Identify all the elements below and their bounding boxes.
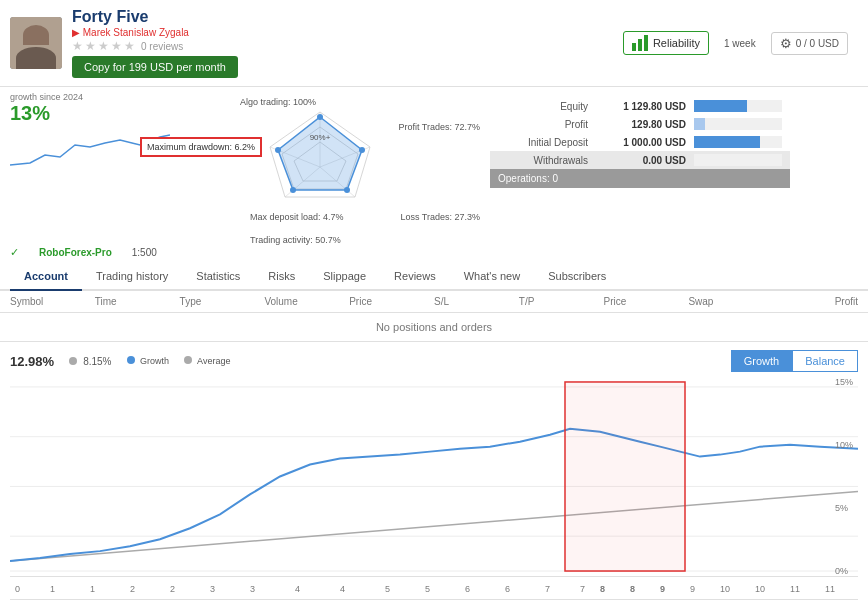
col-tp: T/P (519, 296, 604, 307)
chart-avg-pct: 8.15% (69, 355, 111, 367)
bar-2 (638, 39, 642, 51)
avg-label: Average (197, 356, 230, 366)
y-axis-labels: 15% 10% 5% 0% (835, 377, 853, 576)
withdrawals-row: Withdrawals 0.00 USD (490, 151, 790, 169)
svg-point-13 (275, 147, 281, 153)
equity-panel: Equity 1 129.80 USD Profit 129.80 USD In… (490, 97, 790, 188)
col-volume: Volume (264, 296, 349, 307)
stars-row: ★ ★ ★ ★ ★ 0 reviews (72, 39, 623, 53)
profit-value: 129.80 USD (596, 119, 686, 130)
y-15: 15% (835, 377, 853, 387)
broker-leverage: 1:500 (132, 247, 157, 258)
svg-text:3: 3 (210, 584, 215, 594)
svg-text:4: 4 (295, 584, 300, 594)
svg-text:11: 11 (790, 584, 800, 594)
svg-text:8: 8 (600, 584, 605, 594)
growth-dot (127, 356, 135, 364)
tabs-bar: Account Trading history Statistics Risks… (0, 263, 868, 291)
copy-button[interactable]: Copy for 199 USD per month (72, 56, 238, 78)
initial-deposit-label: Initial Deposit (498, 137, 588, 148)
tab-account[interactable]: Account (10, 263, 82, 291)
equity-bar (694, 100, 747, 112)
svg-text:6: 6 (465, 584, 470, 594)
growth-button[interactable]: Growth (731, 350, 792, 372)
col-profit: Profit (773, 296, 858, 307)
equity-bar-wrap (694, 100, 782, 112)
header: Forty Five ▶ Marek Stanislaw Zygala ★ ★ … (0, 0, 868, 87)
withdrawals-value: 0.00 USD (596, 155, 686, 166)
header-info: Forty Five ▶ Marek Stanislaw Zygala ★ ★ … (72, 8, 623, 78)
svg-text:10: 10 (755, 584, 765, 594)
tab-slippage[interactable]: Slippage (309, 263, 380, 291)
star-3: ★ (98, 39, 109, 53)
svg-text:11: 11 (825, 584, 835, 594)
star-5: ★ (124, 39, 135, 53)
gear-icon: ⚙ (780, 36, 792, 51)
chart-buttons: Growth Balance (731, 350, 858, 372)
svg-text:0: 0 (15, 584, 20, 594)
svg-point-12 (290, 187, 296, 193)
svg-marker-8 (278, 117, 362, 190)
star-2: ★ (85, 39, 96, 53)
withdrawals-label: Withdrawals (498, 155, 588, 166)
col-swap: Swap (688, 296, 773, 307)
reliability-label: Reliability (653, 37, 700, 49)
reliability-bars (632, 35, 648, 51)
col-sl: S/L (434, 296, 519, 307)
svg-text:1: 1 (90, 584, 95, 594)
tab-subscribers[interactable]: Subscribers (534, 263, 620, 291)
chart-meta: 12.98% 8.15% Growth Average Growth Balan… (10, 350, 858, 372)
svg-point-11 (344, 187, 350, 193)
reviews-count: 0 reviews (141, 41, 183, 52)
growth-legend: Growth (127, 356, 170, 366)
main-pct-value: 12.98% (10, 354, 54, 369)
balance-button[interactable]: Balance (792, 350, 858, 372)
bar-3 (644, 35, 648, 51)
growth-pct: 13% (10, 102, 180, 125)
svg-text:9: 9 (690, 584, 695, 594)
table-header: Symbol Time Type Volume Price S/L T/P Pr… (0, 291, 868, 313)
svg-point-9 (317, 114, 323, 120)
reliability-badge: Reliability (623, 31, 709, 55)
col-type: Type (180, 296, 265, 307)
initial-deposit-value: 1 000.00 USD (596, 137, 686, 148)
svg-text:90%+: 90%+ (310, 133, 331, 142)
col-price1: Price (349, 296, 434, 307)
initial-deposit-row: Initial Deposit 1 000.00 USD (490, 133, 790, 151)
activity-label: Trading activity: 50.7% (250, 235, 341, 245)
svg-text:3: 3 (250, 584, 255, 594)
initial-deposit-bar-wrap (694, 136, 782, 148)
svg-text:2: 2 (170, 584, 175, 594)
header-badges: Reliability 1 week ⚙ 0 / 0 USD (623, 31, 858, 55)
tab-statistics[interactable]: Statistics (182, 263, 254, 291)
broker-row: ✓ RoboForex-Pro 1:500 (0, 242, 868, 263)
profit-bar (694, 118, 705, 130)
col-symbol: Symbol (10, 296, 95, 307)
author-name: ▶ Marek Stanislaw Zygala (72, 27, 623, 38)
tab-whats-new[interactable]: What's new (450, 263, 535, 291)
tab-trading-history[interactable]: Trading history (82, 263, 182, 291)
y-0: 0% (835, 566, 853, 576)
growth-label: Growth (140, 356, 169, 366)
avatar (10, 17, 62, 69)
page-title: Forty Five (72, 8, 623, 26)
svg-text:9: 9 (660, 584, 665, 594)
x-axis-svg: 0 1 1 2 2 3 3 4 4 5 5 6 6 7 7 8 8 9 9 10… (10, 579, 858, 597)
avg-pct-value: 8.15% (83, 356, 111, 367)
y-10: 10% (835, 440, 853, 450)
tab-risks[interactable]: Risks (254, 263, 309, 291)
profit-bar-wrap (694, 118, 782, 130)
svg-text:6: 6 (505, 584, 510, 594)
tab-reviews[interactable]: Reviews (380, 263, 450, 291)
col-time: Time (95, 296, 180, 307)
svg-text:4: 4 (340, 584, 345, 594)
svg-line-20 (10, 491, 858, 561)
y-5: 5% (835, 503, 853, 513)
profit-row: Profit 129.80 USD (490, 115, 790, 133)
loss-trades-label: Loss Trades: 27.3% (400, 212, 480, 222)
chart-svg (10, 377, 858, 576)
radar-section: Maximum drawdown: 6.2% Algo trading: 100… (195, 97, 415, 237)
main-info-row: growth since 2024 13% Maximum drawdown: … (0, 87, 868, 242)
no-positions-msg: No positions and orders (0, 313, 868, 342)
usd-badge: ⚙ 0 / 0 USD (771, 32, 848, 55)
